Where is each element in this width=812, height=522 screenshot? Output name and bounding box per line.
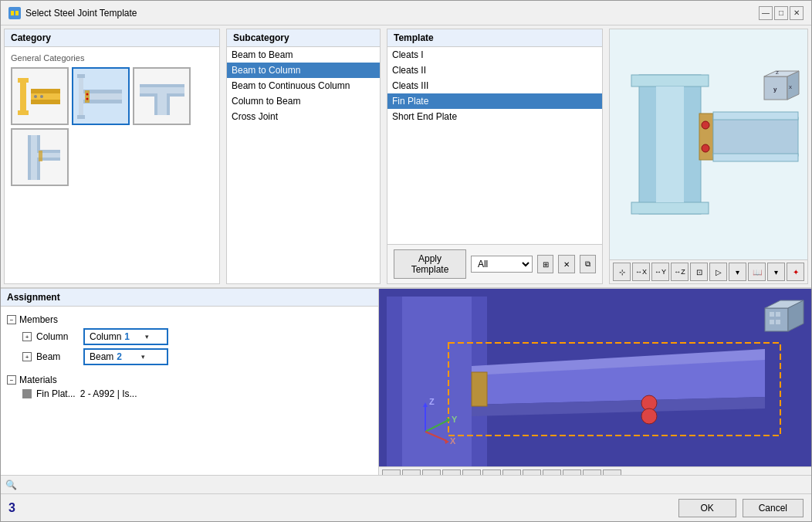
subcategory-item-beam-to-column[interactable]: Beam to Column [227,63,380,78]
preview-xaxis-button[interactable]: ↔X [632,263,650,281]
preview-nav-button[interactable]: ⊹ [613,263,631,281]
vp-print-dropdown[interactable]: ▾ [583,469,601,475]
svg-text:x: x [789,83,792,90]
svg-text:z: z [776,69,779,76]
category-item-3[interactable] [133,67,191,125]
preview-iso-button[interactable]: ⊡ [690,263,708,281]
column-label: Column [36,331,79,342]
maximize-button[interactable]: □ [774,6,788,20]
vp-view-button[interactable]: 👁 [402,469,421,475]
vp-copy-button[interactable]: ⧉ [543,469,561,475]
preview-camera-button[interactable]: ▷ [709,263,727,281]
subcategory-panel: Subcategory Beam to Beam Beam to Column … [226,29,381,284]
preview-book-dropdown[interactable]: ▾ [767,263,785,281]
viewport-section: Z Y X [379,289,811,475]
svg-rect-32 [39,151,42,161]
column-dropdown-value: Column [90,331,121,342]
minimize-button[interactable]: — [759,6,773,20]
svg-rect-35 [631,202,709,214]
subcategory-item-cross-joint[interactable]: Cross Joint [227,109,380,124]
beam-expander[interactable]: + [22,352,32,361]
template-item-fin-plate[interactable]: Fin Plate [387,93,602,109]
members-label: Members [19,314,58,325]
members-children: + Column Column 1 ▾ + [7,327,372,367]
fin-plate-material: 2 - A992 | Is... [80,388,137,399]
close-button[interactable]: ✕ [790,6,804,20]
subcategory-item-beam-to-continuous-column[interactable]: Beam to Continuous Column [227,78,380,93]
materials-expander[interactable]: − [7,375,16,385]
vp-nav1-button[interactable]: ⊕ [382,469,401,475]
template-footer: Apply Template All Recent Favorites ⊞ ✕ … [387,244,602,283]
filter-icon-button[interactable]: ⊞ [537,255,553,273]
dialog-title: Select Steel Joint Template [25,8,137,19]
cancel-button[interactable]: Cancel [743,499,804,517]
vp-print-button[interactable]: 🖶 [563,469,581,475]
svg-point-38 [702,121,709,129]
materials-section: − Materials Fin Plat... 2 - A992 | Is... [7,373,372,401]
template-list: Cleats I Cleats II Cleats III Fin Plate … [387,47,602,124]
beam-dropdown[interactable]: Beam 2 ▾ [83,348,168,365]
preview-highlight-button[interactable]: ✦ [787,263,804,281]
category-item-4[interactable] [11,128,69,186]
vp-highlight-button[interactable]: ✦ [603,469,621,475]
template-item-cleats-iii[interactable]: Cleats III [387,78,602,93]
preview-book-button[interactable]: 📖 [748,263,766,281]
ok-button[interactable]: OK [678,499,736,517]
close-icon: ✕ [793,8,800,17]
preview-zaxis-button[interactable]: ↔Z [671,263,689,281]
svg-rect-37 [699,114,713,160]
vp-zaxis-button[interactable]: ↔Z [462,469,481,475]
column-dropdown[interactable]: Column 1 ▾ [83,328,168,345]
beam-dropdown-arrow: ▾ [141,353,162,361]
svg-rect-13 [77,115,85,119]
copy-button[interactable]: ⧉ [580,255,596,273]
template-item-cleats-ii[interactable]: Cleats II [387,63,602,78]
svg-rect-7 [31,89,60,93]
members-expander[interactable]: − [7,315,16,324]
apply-template-button[interactable]: Apply Template [394,249,466,279]
title-bar-left: Select Steel Joint Template [8,7,137,19]
column-expander[interactable]: + [22,332,32,341]
category-item-1[interactable] [11,67,69,125]
template-item-short-end-plate[interactable]: Short End Plate [387,109,602,124]
vp-isoview-button[interactable]: ⊡ [482,469,501,475]
vp-camera-dropdown[interactable]: ▾ [523,469,541,475]
preview-yaxis-button[interactable]: ↔Y [651,263,669,281]
column-row: + Column Column 1 ▾ [22,327,372,347]
category-grid [11,67,213,186]
viewport-svg: Z Y X [379,289,811,466]
vp-xaxis-button[interactable]: ↔X [422,469,441,475]
svg-point-9 [34,95,37,98]
svg-marker-51 [402,297,472,466]
clear-icon: ✕ [563,260,570,269]
beam-row: + Beam Beam 2 ▾ [22,347,372,367]
plus-icon: + [25,334,29,341]
title-bar-controls: — □ ✕ [759,6,804,20]
minimize-icon: — [762,8,770,17]
vp-camera-button[interactable]: ▷ [502,469,521,475]
svg-rect-75 [776,312,780,317]
svg-marker-52 [387,297,402,466]
svg-rect-25 [167,93,170,115]
template-item-cleats-i[interactable]: Cleats I [387,47,602,63]
category-item-2[interactable] [72,67,130,125]
members-tree-item: − Members [7,313,372,327]
subcategory-item-beam-to-beam[interactable]: Beam to Beam [227,47,380,63]
preview-more-button[interactable]: ▾ [729,263,746,281]
materials-label: Materials [19,375,57,385]
main-viewport[interactable]: Z Y X [379,289,811,466]
subcategory-item-column-to-beam[interactable]: Column to Beam [227,93,380,109]
preview-svg: y x z [616,59,801,229]
svg-point-39 [702,144,709,152]
assignment-header: Assignment [1,289,378,307]
svg-text:X: X [450,436,456,446]
template-filter-select[interactable]: All Recent Favorites [471,256,533,273]
beam-dropdown-value: Beam [90,351,113,362]
clear-filter-button[interactable]: ✕ [558,255,574,273]
column-dropdown-arrow: ▾ [145,333,162,341]
vp-yaxis-button[interactable]: ↔Y [442,469,461,475]
svg-text:y: y [773,86,777,93]
count-badge: 3 [8,501,15,515]
svg-rect-34 [631,75,709,86]
category-panel: Category General Categories [4,29,220,284]
